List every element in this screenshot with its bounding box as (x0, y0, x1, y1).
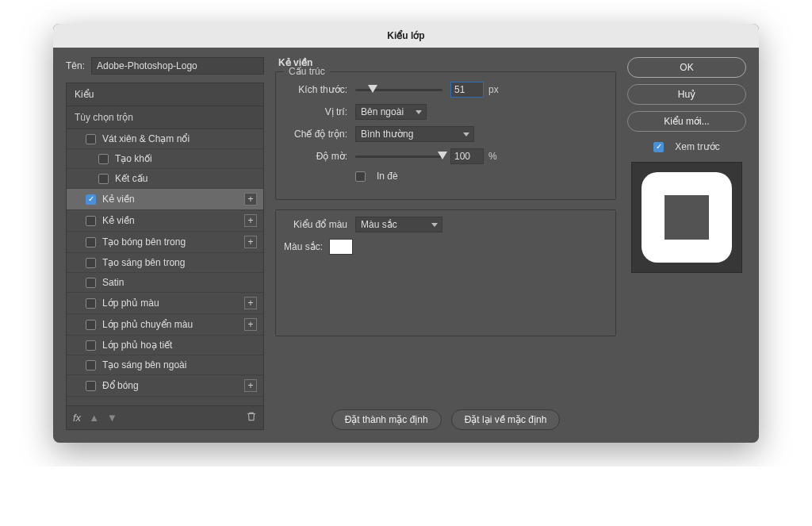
style-item-7[interactable]: Satin (67, 273, 263, 293)
style-item-3[interactable]: Kẻ viền+ (67, 189, 263, 210)
style-label: Lớp phủ hoạ tiết (102, 340, 257, 351)
cancel-button[interactable]: Huỷ (627, 84, 746, 105)
style-checkbox[interactable] (86, 320, 96, 330)
filltype-select[interactable]: Màu sắc (355, 217, 442, 232)
opacity-unit: % (488, 151, 497, 162)
overprint-checkbox[interactable]: In đè (355, 171, 398, 182)
style-item-2[interactable]: Kết cấu (67, 169, 263, 189)
style-label: Tạo sáng bên ngoài (102, 359, 257, 371)
style-item-11[interactable]: Tạo sáng bên ngoài (67, 355, 263, 375)
size-slider[interactable] (355, 84, 442, 95)
style-label: Tạo sáng bên trong (102, 257, 257, 268)
style-label: Lớp phủ chuyển màu (102, 319, 244, 330)
styles-list: Kiểu Tùy chọn trộn Vát xiên & Chạm nổiTạ… (66, 83, 264, 430)
color-label: Màu sắc: (284, 241, 323, 252)
opacity-slider[interactable] (355, 151, 442, 162)
preview-checkbox[interactable]: Xem trước (627, 141, 746, 152)
structure-title: Cấu trúc (284, 66, 330, 77)
style-item-5[interactable]: Tạo bóng bên trong+ (67, 232, 263, 253)
color-swatch[interactable] (329, 239, 353, 255)
fx-icon[interactable]: fx (73, 412, 81, 424)
opacity-input[interactable] (450, 148, 484, 164)
fill-group: Kiểu đổ màu Màu sắc Màu sắc: (275, 209, 616, 336)
style-item-10[interactable]: Lớp phủ hoạ tiết (67, 336, 263, 355)
size-input[interactable] (450, 82, 484, 98)
style-item-6[interactable]: Tạo sáng bên trong (67, 253, 263, 273)
filltype-label: Kiểu đổ màu (287, 219, 355, 230)
layer-name-input[interactable] (91, 57, 264, 75)
add-effect-icon[interactable]: + (244, 236, 257, 248)
style-checkbox[interactable] (86, 360, 96, 371)
style-checkbox[interactable] (86, 194, 96, 205)
blend-mode-select[interactable]: Bình thường (355, 126, 474, 142)
style-checkbox[interactable] (86, 237, 96, 248)
styles-header[interactable]: Kiểu (67, 83, 263, 106)
style-item-8[interactable]: Lớp phủ màu+ (67, 293, 263, 314)
trash-icon[interactable] (246, 411, 257, 424)
blend-label: Chế độ trộn: (287, 129, 355, 140)
style-label: Kẻ viền (102, 215, 244, 226)
style-label: Kẻ viền (102, 194, 244, 205)
position-label: Vị trí: (287, 106, 355, 117)
style-checkbox[interactable] (98, 174, 109, 184)
preview-label: Xem trước (675, 141, 719, 152)
opacity-label: Độ mờ: (287, 151, 355, 162)
style-label: Satin (102, 277, 257, 288)
style-label: Kết cấu (115, 173, 257, 184)
style-checkbox[interactable] (86, 340, 96, 351)
position-select[interactable]: Bên ngoài (355, 104, 427, 120)
style-label: Đổ bóng (102, 380, 244, 391)
overprint-label: In đè (377, 171, 398, 182)
dialog-title: Kiểu lớp (387, 30, 424, 41)
style-item-1[interactable]: Tạo khối (67, 149, 263, 169)
layer-style-dialog: Kiểu lớp Tên: Kiểu Tùy chọn trộn Vát xiê… (53, 24, 759, 443)
style-item-12[interactable]: Đổ bóng+ (67, 375, 263, 397)
style-item-9[interactable]: Lớp phủ chuyển màu+ (67, 314, 263, 336)
ok-button[interactable]: OK (627, 57, 746, 78)
style-item-0[interactable]: Vát xiên & Chạm nổi (67, 129, 263, 149)
style-checkbox[interactable] (86, 134, 96, 144)
add-effect-icon[interactable]: + (244, 193, 257, 205)
make-default-button[interactable]: Đặt thành mặc định (331, 409, 442, 430)
reset-default-button[interactable]: Đặt lại về mặc định (451, 409, 561, 430)
add-effect-icon[interactable]: + (244, 297, 257, 309)
add-effect-icon[interactable]: + (244, 214, 257, 227)
style-checkbox[interactable] (86, 258, 96, 268)
style-checkbox[interactable] (86, 381, 96, 391)
add-effect-icon[interactable]: + (244, 318, 257, 331)
structure-group: Cấu trúc Kích thước: px Vị trí: Bên ngoà… (275, 71, 616, 200)
style-label: Tạo bóng bên trong (102, 236, 244, 248)
style-checkbox[interactable] (86, 216, 96, 226)
dialog-titlebar[interactable]: Kiểu lớp (53, 24, 759, 48)
name-label: Tên: (66, 60, 85, 71)
style-checkbox[interactable] (86, 298, 96, 309)
preview-thumbnail (631, 162, 742, 273)
style-checkbox[interactable] (98, 154, 109, 164)
style-item-4[interactable]: Kẻ viền+ (67, 210, 263, 232)
move-down-icon[interactable]: ▼ (107, 412, 117, 424)
style-label: Vát xiên & Chạm nổi (102, 133, 257, 144)
style-label: Tạo khối (115, 153, 257, 164)
blend-options-item[interactable]: Tùy chọn trộn (67, 106, 263, 129)
add-effect-icon[interactable]: + (244, 379, 257, 392)
size-unit: px (488, 84, 499, 95)
style-label: Lớp phủ màu (102, 298, 244, 309)
size-label: Kích thước: (287, 84, 355, 95)
styles-footer: fx ▲ ▼ (67, 405, 263, 429)
new-style-button[interactable]: Kiểu mới... (627, 111, 746, 132)
move-up-icon[interactable]: ▲ (89, 412, 99, 424)
style-checkbox[interactable] (86, 278, 96, 288)
